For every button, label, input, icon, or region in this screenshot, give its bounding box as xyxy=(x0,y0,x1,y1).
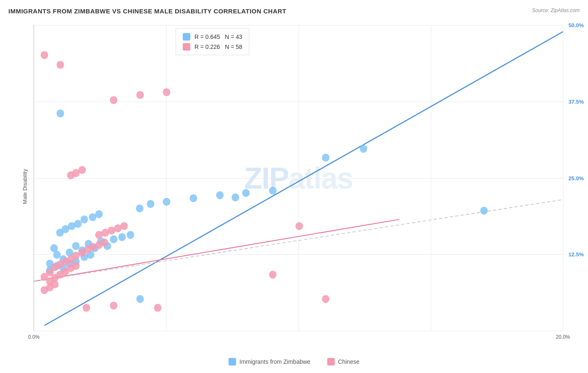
svg-point-38 xyxy=(269,187,276,195)
y-axis-label: Male Disability xyxy=(22,169,28,204)
chart-title: IMMIGRANTS FROM ZIMBABWE VS CHINESE MALE… xyxy=(8,8,286,15)
svg-point-36 xyxy=(232,193,239,201)
svg-point-33 xyxy=(163,198,170,206)
x-tick-20: 20.0% xyxy=(556,334,570,340)
legend-dot-zimbabwe xyxy=(183,33,190,41)
svg-point-61 xyxy=(72,262,79,270)
svg-point-75 xyxy=(110,301,118,309)
svg-point-72 xyxy=(295,222,303,230)
bottom-legend-zimbabwe: Immigrants from Zimbabwe xyxy=(229,358,311,365)
svg-point-37 xyxy=(242,189,250,197)
bottom-legend-label-chinese: Chinese xyxy=(338,358,359,365)
y-tick-50: 50.0% xyxy=(568,22,584,28)
svg-point-39 xyxy=(56,110,64,118)
legend-dot-chinese xyxy=(183,43,190,51)
source-label: Source: ZipAtlas.com xyxy=(532,8,580,13)
legend-item-chinese: R = 0.226 N = 58 xyxy=(183,43,242,51)
grid-line xyxy=(563,25,563,331)
bottom-legend-chinese: Chinese xyxy=(327,358,359,365)
svg-point-81 xyxy=(120,222,128,230)
svg-point-43 xyxy=(360,145,367,153)
svg-point-74 xyxy=(82,304,90,312)
svg-point-15 xyxy=(118,233,126,241)
svg-point-21 xyxy=(80,215,88,223)
svg-point-83 xyxy=(56,61,64,69)
svg-point-82 xyxy=(41,51,48,59)
grid-line xyxy=(34,331,563,331)
svg-point-68 xyxy=(110,96,118,104)
svg-point-73 xyxy=(322,295,330,303)
svg-point-32 xyxy=(147,200,154,208)
svg-point-16 xyxy=(127,231,134,239)
bottom-legend-label-zimbabwe: Immigrants from Zimbabwe xyxy=(240,358,311,365)
legend-r1: R = 0.645 N = 43 xyxy=(194,33,242,40)
bottom-legend-dot-zimbabwe xyxy=(229,358,236,365)
svg-point-31 xyxy=(136,204,143,212)
svg-point-14 xyxy=(110,235,118,243)
svg-point-69 xyxy=(136,91,144,99)
legend-box: R = 0.645 N = 43 R = 0.226 N = 58 xyxy=(176,28,249,55)
svg-point-20 xyxy=(74,220,82,228)
svg-point-40 xyxy=(136,295,144,303)
bottom-legend-dot-chinese xyxy=(327,358,335,365)
svg-point-76 xyxy=(154,304,161,312)
svg-point-35 xyxy=(216,191,224,199)
scatter-svg xyxy=(34,25,563,331)
plot-area: ZIPatlas 50.0% 37.5% 25.0% 12.5% 0.0% 20… xyxy=(33,25,563,331)
svg-point-42 xyxy=(322,153,330,161)
svg-point-34 xyxy=(189,194,197,202)
svg-line-0 xyxy=(44,32,563,325)
bottom-legend: Immigrants from Zimbabwe Chinese xyxy=(229,358,360,365)
svg-point-8 xyxy=(72,242,79,250)
legend-r2: R = 0.226 N = 58 xyxy=(194,43,242,50)
svg-point-64 xyxy=(41,286,48,294)
y-tick-25: 25.0% xyxy=(568,175,584,181)
y-tick-375: 37.5% xyxy=(568,98,584,105)
x-tick-0: 0.0% xyxy=(28,334,39,340)
y-tick-125: 12.5% xyxy=(568,251,584,258)
legend-item-zimbabwe: R = 0.645 N = 43 xyxy=(183,33,242,41)
svg-point-70 xyxy=(163,88,170,96)
svg-point-63 xyxy=(51,281,59,289)
svg-point-55 xyxy=(101,238,108,246)
svg-point-41 xyxy=(480,207,488,215)
svg-point-71 xyxy=(269,271,276,278)
chart-container: IMMIGRANTS FROM ZIMBABWE VS CHINESE MALE… xyxy=(0,0,588,373)
svg-point-6 xyxy=(50,244,58,252)
svg-point-67 xyxy=(78,166,86,174)
svg-point-23 xyxy=(95,210,103,218)
